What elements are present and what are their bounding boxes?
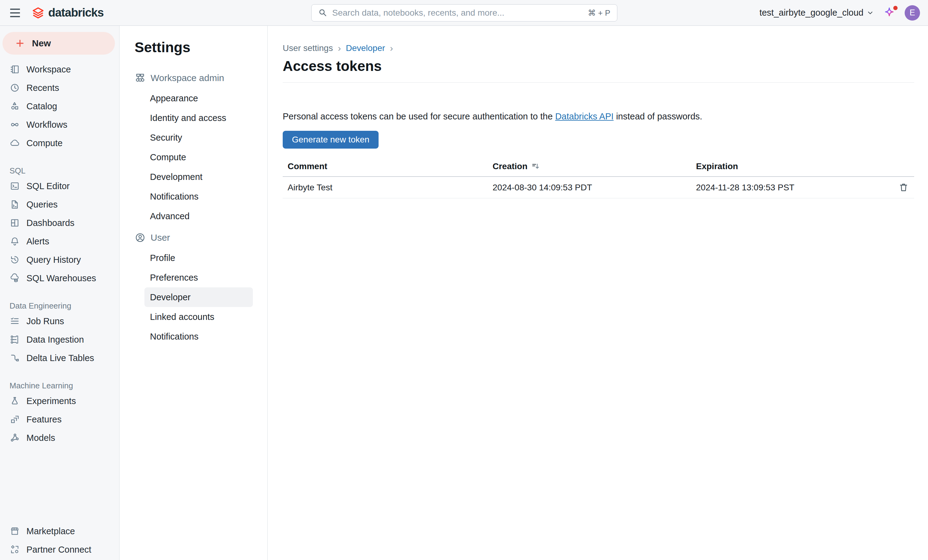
sidebar-item-recents[interactable]: Recents <box>0 79 119 97</box>
sidebar-item-label: Experiments <box>26 396 76 406</box>
settings-item-development[interactable]: Development <box>144 167 253 187</box>
sidebar-item-alerts[interactable]: Alerts <box>0 232 119 251</box>
sidebar-item-marketplace[interactable]: Marketplace <box>0 522 119 540</box>
sidebar-section-data-engineering: Data Engineering <box>0 300 119 312</box>
queries-icon <box>9 199 20 210</box>
breadcrumb-separator-icon: › <box>338 43 341 53</box>
alerts-icon <box>9 236 20 247</box>
plus-icon <box>15 38 25 49</box>
sidebar-item-label: Job Runs <box>26 316 64 326</box>
compute-icon <box>9 138 20 148</box>
settings-item-preferences[interactable]: Preferences <box>144 268 253 288</box>
sidebar-item-label: Data Ingestion <box>26 335 84 345</box>
databricks-api-link[interactable]: Databricks API <box>555 111 614 121</box>
sidebar-item-data-ingestion[interactable]: Data Ingestion <box>0 330 119 349</box>
settings-item-user-notifications[interactable]: Notifications <box>144 327 253 346</box>
sidebar-item-delta-live-tables[interactable]: Delta Live Tables <box>0 349 119 367</box>
models-icon <box>9 432 20 443</box>
column-header-creation[interactable]: Creation <box>488 161 691 171</box>
generate-new-token-button[interactable]: Generate new token <box>283 131 379 149</box>
sidebar-item-label: Queries <box>26 199 58 210</box>
sidebar-item-queries[interactable]: Queries <box>0 195 119 214</box>
sidebar-item-sql-editor[interactable]: SQL Editor <box>0 177 119 195</box>
assistant-button[interactable] <box>883 7 896 19</box>
sort-descending-icon[interactable] <box>531 162 540 171</box>
new-button[interactable]: New <box>3 32 115 55</box>
page-title: Access tokens <box>283 58 914 74</box>
workflows-icon <box>9 119 20 130</box>
marketplace-icon <box>9 526 20 536</box>
delete-token-button[interactable] <box>899 183 909 193</box>
delta-live-tables-icon <box>9 353 20 363</box>
access-tokens-table: Comment Creation Expiration Airbyte Test… <box>283 157 914 198</box>
catalog-icon <box>9 101 20 111</box>
column-header-expiration[interactable]: Expiration <box>691 161 888 171</box>
settings-item-profile[interactable]: Profile <box>144 248 253 268</box>
sidebar-item-label: Workflows <box>26 120 67 130</box>
sidebar-item-job-runs[interactable]: Job Runs <box>0 312 119 330</box>
settings-item-advanced[interactable]: Advanced <box>144 206 253 226</box>
search-input[interactable] <box>332 8 583 18</box>
sidebar-item-models[interactable]: Models <box>0 429 119 447</box>
sidebar-item-experiments[interactable]: Experiments <box>0 392 119 410</box>
breadcrumb-user-settings[interactable]: User settings <box>283 43 333 53</box>
global-search[interactable]: ⌘ + P <box>311 4 617 21</box>
breadcrumb-developer[interactable]: Developer <box>346 43 385 53</box>
column-header-comment[interactable]: Comment <box>283 161 488 171</box>
settings-item-appearance[interactable]: Appearance <box>144 88 253 108</box>
token-actions-cell <box>888 183 914 193</box>
features-icon <box>9 414 20 425</box>
sidebar-item-compute[interactable]: Compute <box>0 134 119 152</box>
logo-wordmark: databricks <box>48 6 104 19</box>
sidebar-item-features[interactable]: Features <box>0 410 119 429</box>
sidebar-item-label: Models <box>26 433 55 443</box>
data-ingestion-icon <box>9 334 20 345</box>
sidebar-primary-nav: Workspace Recents Catalog Workflows <box>0 60 119 152</box>
query-history-icon <box>9 254 20 265</box>
sql-warehouses-icon <box>9 273 20 283</box>
sidebar-ml-nav: Experiments Features Models <box>0 392 119 447</box>
settings-section-label: User <box>151 233 170 243</box>
settings-item-identity-and-access[interactable]: Identity and access <box>144 108 253 128</box>
token-creation-cell: 2024-08-30 14:09:53 PDT <box>488 183 691 193</box>
settings-item-developer[interactable]: Developer <box>144 288 253 307</box>
trash-icon <box>899 183 909 193</box>
sidebar-item-dashboards[interactable]: Dashboards <box>0 214 119 232</box>
sidebar-item-label: Catalog <box>26 101 57 111</box>
sidebar-item-catalog[interactable]: Catalog <box>0 97 119 116</box>
workspace-selector[interactable]: test_airbyte_google_cloud <box>759 8 874 18</box>
description-suffix: instead of passwords. <box>614 111 702 121</box>
sidebar-de-nav: Job Runs Data Ingestion Delta Live Table… <box>0 312 119 367</box>
chevron-down-icon <box>867 9 874 17</box>
table-header-row: Comment Creation Expiration <box>283 157 914 177</box>
sidebar-item-partner-connect[interactable]: Partner Connect <box>0 540 119 559</box>
sidebar-item-label: Workspace <box>26 64 71 75</box>
workspace-icon <box>9 64 20 75</box>
sidebar-item-workflows[interactable]: Workflows <box>0 116 119 134</box>
databricks-logo[interactable]: databricks <box>32 6 104 19</box>
sidebar-item-label: Dashboards <box>26 218 74 228</box>
breadcrumb: User settings › Developer › <box>283 43 914 53</box>
settings-title: Settings <box>134 38 259 56</box>
breadcrumb-separator-icon: › <box>390 43 393 53</box>
databricks-workspace: databricks ⌘ + P test_airbyte_google_clo… <box>0 0 928 560</box>
avatar-initial: E <box>910 8 915 17</box>
hamburger-menu-icon[interactable] <box>10 9 20 17</box>
settings-item-compute[interactable]: Compute <box>144 148 253 167</box>
settings-item-linked-accounts[interactable]: Linked accounts <box>144 307 253 327</box>
description-prefix: Personal access tokens can be used for s… <box>283 111 555 121</box>
settings-item-security[interactable]: Security <box>144 128 253 148</box>
sidebar-item-label: Features <box>26 414 61 425</box>
settings-item-notifications[interactable]: Notifications <box>144 187 253 206</box>
experiments-icon <box>9 396 20 406</box>
sidebar-item-sql-warehouses[interactable]: SQL Warehouses <box>0 269 119 288</box>
header-right-cluster: test_airbyte_google_cloud E <box>759 5 920 21</box>
sidebar-item-label: SQL Editor <box>26 181 70 191</box>
sidebar-item-workspace[interactable]: Workspace <box>0 60 119 79</box>
sidebar-item-query-history[interactable]: Query History <box>0 251 119 269</box>
top-header: databricks ⌘ + P test_airbyte_google_clo… <box>0 0 928 26</box>
sidebar-sql-nav: SQL Editor Queries Dashboards Alerts <box>0 177 119 288</box>
dashboards-icon <box>9 218 20 228</box>
user-avatar[interactable]: E <box>905 5 920 21</box>
sidebar-item-label: Alerts <box>26 236 49 247</box>
